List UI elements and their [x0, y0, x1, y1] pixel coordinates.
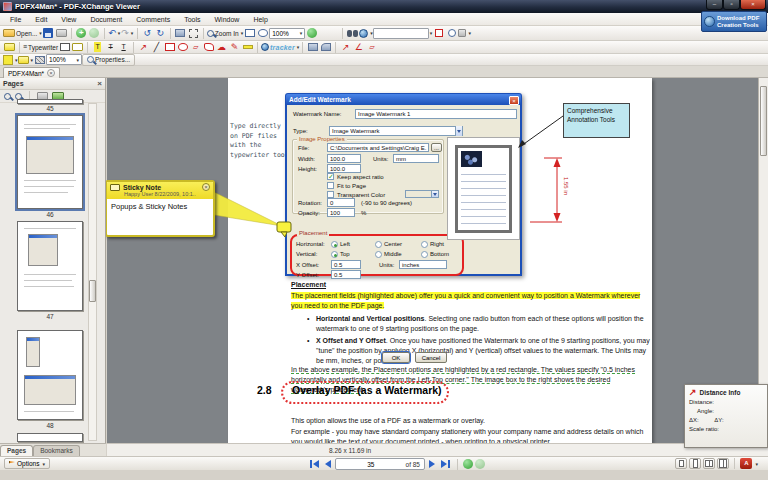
- rectangle-tool[interactable]: [163, 41, 176, 53]
- text-highlight-tool[interactable]: T: [91, 41, 104, 53]
- redo-button[interactable]: ↷▾: [121, 27, 134, 39]
- rotate-cw-button[interactable]: ↻: [154, 27, 167, 39]
- continuous-facing-layout-icon[interactable]: [717, 458, 729, 469]
- next-page-button[interactable]: [427, 459, 437, 469]
- thumbnail-page-48[interactable]: [17, 330, 83, 420]
- menu-window[interactable]: Window: [208, 15, 245, 24]
- typewriter-tool[interactable]: ≡Typewriter: [23, 41, 58, 53]
- sticky-note-body[interactable]: Popups & Sticky Notes: [107, 199, 213, 214]
- comment-style-button[interactable]: ▾: [18, 54, 34, 66]
- text-strikeout-tool[interactable]: T: [104, 41, 117, 53]
- textbox-tool[interactable]: [58, 41, 71, 53]
- close-button[interactable]: ×: [740, 0, 766, 10]
- print-button[interactable]: [55, 27, 68, 39]
- maximize-button[interactable]: ▫: [723, 0, 740, 10]
- radio-top-label: Top: [340, 251, 350, 257]
- tab-pages[interactable]: Pages: [0, 445, 33, 456]
- fill-color-button[interactable]: ▾: [3, 54, 18, 66]
- opacity-combo[interactable]: 100%▾: [46, 54, 82, 65]
- save-button[interactable]: [42, 27, 55, 39]
- measure-perimeter-tool[interactable]: ∠: [352, 41, 365, 53]
- facing-layout-icon[interactable]: [703, 458, 715, 469]
- highlight-all-button[interactable]: [432, 27, 445, 39]
- properties-button[interactable]: Properties...: [82, 54, 135, 66]
- thumbnail-page-partial[interactable]: [17, 433, 83, 442]
- hand-tool-button[interactable]: [174, 27, 187, 39]
- panel-close-icon[interactable]: ×: [97, 79, 102, 88]
- cancel-button: Cancel: [415, 352, 447, 363]
- sticky-note-popup[interactable]: Sticky Note × Happy User 8/22/2009, 10:1…: [105, 180, 215, 237]
- thumbnail-page-45[interactable]: [17, 99, 83, 104]
- measure-distance-tool[interactable]: ↗: [339, 41, 352, 53]
- thumbnail-page-47[interactable]: [17, 221, 83, 311]
- undo-button[interactable]: ↶▾: [108, 27, 121, 39]
- search-options-button[interactable]: ▾: [458, 27, 471, 39]
- thumbnails-scrollbar[interactable]: [88, 103, 97, 441]
- search-button[interactable]: [346, 27, 359, 39]
- polygon-tool[interactable]: [202, 41, 215, 53]
- line-tool[interactable]: ╱: [150, 41, 163, 53]
- search-web-button[interactable]: ▾: [359, 27, 373, 39]
- options-button[interactable]: Options ▾: [4, 458, 50, 469]
- tracker-button[interactable]: tracker▾: [261, 41, 299, 53]
- zoom-in-button[interactable]: Zoom In▾: [207, 27, 243, 39]
- measure-area-tool[interactable]: ▱: [365, 41, 378, 53]
- horizontal-label: Horizontal:: [296, 241, 325, 247]
- sticky-note-tool[interactable]: [3, 41, 16, 53]
- fit-width-button[interactable]: [243, 27, 256, 39]
- scan-button[interactable]: [88, 27, 101, 39]
- oval-tool[interactable]: [176, 41, 189, 53]
- menu-tools[interactable]: Tools: [178, 15, 206, 24]
- menu-edit[interactable]: Edit: [29, 15, 53, 24]
- menu-help[interactable]: Help: [247, 15, 273, 24]
- stamp-tool[interactable]: [306, 41, 319, 53]
- pencil-tool[interactable]: ✎: [228, 41, 241, 53]
- cloud-tool[interactable]: ☁: [215, 41, 228, 53]
- opacity-pattern-button[interactable]: [33, 54, 46, 66]
- snapshot-button[interactable]: [187, 27, 200, 39]
- units2-combo: inches: [399, 260, 447, 269]
- go-button[interactable]: [305, 27, 318, 39]
- add-document-button[interactable]: +: [75, 27, 88, 39]
- fit-page-button[interactable]: [256, 27, 269, 39]
- typewriter-annotation[interactable]: Type directly on PDF files with the type…: [230, 122, 289, 160]
- polyline-tool[interactable]: ▱: [189, 41, 202, 53]
- callout-tool[interactable]: [71, 41, 84, 53]
- minimize-button[interactable]: –: [706, 0, 723, 10]
- menu-comments[interactable]: Comments: [130, 15, 176, 24]
- previous-view-button[interactable]: [463, 459, 473, 469]
- thumbnail-page-46[interactable]: [17, 115, 83, 209]
- pdf-icon[interactable]: A: [740, 458, 752, 469]
- menu-document[interactable]: Document: [84, 15, 128, 24]
- rotate-ccw-button[interactable]: ↺: [141, 27, 154, 39]
- text-underline-tool[interactable]: T: [117, 41, 130, 53]
- annotation-tools-callout[interactable]: Comprehensive Annotation Tools: [563, 103, 630, 138]
- next-view-button[interactable]: [475, 459, 485, 469]
- sticky-note-close-icon[interactable]: ×: [202, 183, 210, 191]
- open-button[interactable]: Open...▾: [3, 27, 42, 39]
- window-controls: – ▫ ×: [706, 0, 766, 10]
- document-scrollbar-thumb[interactable]: [760, 86, 767, 156]
- search-input[interactable]: [373, 28, 429, 39]
- preview-image-thumbnail: [461, 151, 482, 167]
- clear-highlight-button[interactable]: [445, 27, 458, 39]
- attach-file-tool[interactable]: [319, 41, 332, 53]
- document-tab[interactable]: PDFX4Man* ×: [3, 67, 60, 78]
- last-page-button[interactable]: [439, 459, 452, 469]
- thumbnails-scrollbar-thumb[interactable]: [89, 280, 96, 302]
- previous-page-button[interactable]: [323, 459, 333, 469]
- menu-file[interactable]: File: [4, 15, 27, 24]
- single-page-layout-icon[interactable]: [675, 458, 687, 469]
- page-number-box[interactable]: 35 of 85: [335, 458, 425, 470]
- continuous-layout-icon[interactable]: [689, 458, 701, 469]
- download-pdf-tools-button[interactable]: Download PDFCreation Tools: [701, 11, 767, 32]
- tab-close-icon[interactable]: ×: [47, 69, 55, 77]
- first-page-button[interactable]: [308, 459, 321, 469]
- highlighter-tool[interactable]: [241, 41, 254, 53]
- thumb-zoom-in-icon[interactable]: [4, 93, 11, 100]
- arrow-tool[interactable]: ↗: [137, 41, 150, 53]
- zoom-level-combo[interactable]: 100%▾: [269, 28, 305, 39]
- tab-bookmarks[interactable]: Bookmarks: [33, 445, 80, 456]
- menu-view[interactable]: View: [55, 15, 82, 24]
- current-page-input[interactable]: 35: [336, 461, 406, 468]
